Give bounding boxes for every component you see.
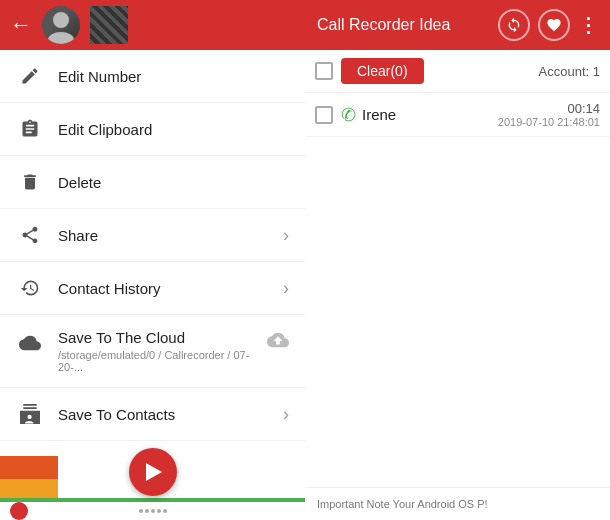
contact-history-arrow-icon: › bbox=[283, 278, 289, 299]
call-item-irene: ✆ Irene 00:14 2019-07-10 21:48:01 bbox=[305, 93, 610, 137]
avatar bbox=[42, 6, 80, 44]
play-triangle-icon bbox=[146, 463, 162, 481]
more-options-button[interactable]: ⋮ bbox=[578, 13, 598, 37]
save-cloud-sublabel: /storage/emulated/0 / Callrecorder / 07-… bbox=[58, 349, 267, 373]
right-panel: Call Recorder Idea ⋮ Clear(0) Account: 1… bbox=[305, 0, 610, 520]
record-indicator bbox=[10, 502, 28, 520]
right-title: Call Recorder Idea bbox=[317, 16, 490, 34]
share-icon bbox=[16, 221, 44, 249]
edit-number-label: Edit Number bbox=[58, 68, 289, 85]
back-button[interactable]: ← bbox=[10, 12, 32, 38]
dot-4 bbox=[157, 509, 161, 513]
history-icon bbox=[16, 274, 44, 302]
dot-3 bbox=[151, 509, 155, 513]
clipboard-icon bbox=[16, 115, 44, 143]
footer-note: Important Note Your Android OS P! bbox=[317, 498, 488, 510]
share-label: Share bbox=[58, 227, 283, 244]
right-header: Call Recorder Idea ⋮ bbox=[305, 0, 610, 50]
play-button[interactable] bbox=[129, 448, 177, 496]
right-spacer bbox=[305, 137, 610, 487]
pencil-icon bbox=[16, 62, 44, 90]
contact-history-label: Contact History bbox=[58, 280, 283, 297]
cloud-upload-icon bbox=[267, 329, 289, 351]
menu-item-share[interactable]: Share › bbox=[0, 209, 305, 262]
account-label: Account: 1 bbox=[539, 64, 600, 79]
call-date: 2019-07-10 21:48:01 bbox=[498, 116, 600, 128]
left-header: ← bbox=[0, 0, 305, 50]
menu-item-edit-number[interactable]: Edit Number bbox=[0, 50, 305, 103]
sync-icon-button[interactable] bbox=[498, 9, 530, 41]
left-bottom-bar bbox=[0, 452, 305, 520]
heart-icon-button[interactable] bbox=[538, 9, 570, 41]
left-panel: ← Edit Number bbox=[0, 0, 305, 520]
menu-list: Edit Number Edit Clipboard Delete bbox=[0, 50, 305, 452]
dot-5 bbox=[163, 509, 167, 513]
contact-icon bbox=[16, 400, 44, 428]
right-footer: Important Note Your Android OS P! bbox=[305, 487, 610, 520]
dot-1 bbox=[139, 509, 143, 513]
select-all-checkbox[interactable] bbox=[315, 62, 333, 80]
edit-clipboard-label: Edit Clipboard bbox=[58, 121, 289, 138]
progress-dots bbox=[139, 509, 167, 513]
avatar-image bbox=[42, 6, 80, 44]
delete-label: Delete bbox=[58, 174, 289, 191]
svg-point-0 bbox=[53, 12, 69, 28]
cloud-icon bbox=[16, 329, 44, 357]
svg-point-1 bbox=[48, 32, 74, 44]
menu-item-save-cloud[interactable]: Save To The Cloud /storage/emulated/0 / … bbox=[0, 315, 305, 388]
call-list: ✆ Irene 00:14 2019-07-10 21:48:01 bbox=[305, 93, 610, 137]
thumbnail-image bbox=[90, 6, 128, 44]
call-item-checkbox[interactable] bbox=[315, 106, 333, 124]
call-duration: 00:14 bbox=[498, 101, 600, 116]
trash-icon bbox=[16, 168, 44, 196]
right-toolbar: Clear(0) Account: 1 bbox=[305, 50, 610, 93]
menu-item-contact-history[interactable]: Contact History › bbox=[0, 262, 305, 315]
save-contacts-arrow-icon: › bbox=[283, 404, 289, 425]
call-meta: 00:14 2019-07-10 21:48:01 bbox=[498, 101, 600, 128]
dot-2 bbox=[145, 509, 149, 513]
menu-item-save-contacts[interactable]: Save To Contacts › bbox=[0, 388, 305, 441]
menu-item-delete[interactable]: Delete bbox=[0, 156, 305, 209]
share-arrow-icon: › bbox=[283, 225, 289, 246]
menu-item-edit-clipboard[interactable]: Edit Clipboard bbox=[0, 103, 305, 156]
save-contacts-label: Save To Contacts bbox=[58, 406, 283, 423]
call-name: Irene bbox=[362, 106, 498, 123]
waveform-thumbnail bbox=[0, 456, 58, 502]
clear-button[interactable]: Clear(0) bbox=[341, 58, 424, 84]
phone-icon: ✆ bbox=[341, 104, 356, 126]
save-cloud-label: Save To The Cloud bbox=[58, 329, 185, 346]
